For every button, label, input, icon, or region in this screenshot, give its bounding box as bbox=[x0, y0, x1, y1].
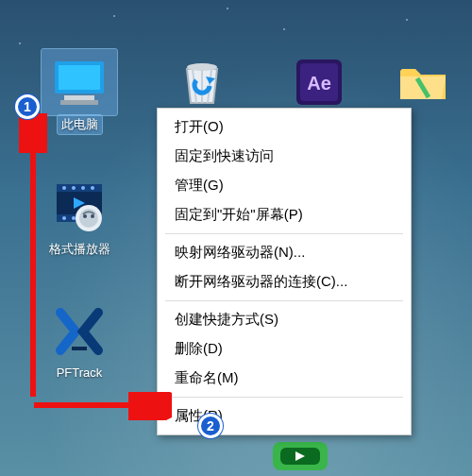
ctx-pin-quick-access[interactable]: 固定到快速访问 bbox=[158, 142, 411, 171]
ctx-open[interactable]: 打开(O) bbox=[158, 112, 411, 142]
folder-icon bbox=[385, 49, 461, 115]
ctx-delete[interactable]: 删除(D) bbox=[158, 334, 411, 364]
desktop-icon-pftrack[interactable]: PFTrack bbox=[34, 298, 125, 381]
ctx-manage[interactable]: 管理(G) bbox=[158, 171, 411, 200]
svg-point-7 bbox=[72, 186, 76, 190]
desktop-icon-label: PFTrack bbox=[53, 365, 107, 381]
ctx-create-shortcut[interactable]: 创建快捷方式(S) bbox=[158, 305, 411, 334]
recycle-bin-icon bbox=[164, 49, 240, 115]
svg-rect-1 bbox=[59, 65, 100, 90]
ctx-properties[interactable]: 属性(R) bbox=[158, 401, 411, 431]
ctx-map-network-drive[interactable]: 映射网络驱动器(N)... bbox=[158, 238, 411, 267]
ctx-pin-start[interactable]: 固定到"开始"屏幕(P) bbox=[158, 200, 411, 230]
desktop-icon-this-pc[interactable]: 此电脑 bbox=[34, 49, 125, 134]
decorative-star bbox=[19, 42, 21, 44]
desktop-icon-generic[interactable]: Ae bbox=[274, 49, 364, 115]
ctx-separator bbox=[165, 397, 403, 398]
svg-point-19 bbox=[91, 214, 94, 218]
annotation-badge-1: 1 bbox=[15, 94, 40, 119]
svg-rect-20 bbox=[72, 347, 87, 350]
svg-point-22 bbox=[187, 63, 217, 71]
svg-point-8 bbox=[81, 186, 85, 190]
ctx-separator bbox=[165, 233, 403, 234]
desktop-icon-label: 格式播放器 bbox=[45, 240, 114, 259]
context-menu: 打开(O) 固定到快速访问 管理(G) 固定到"开始"屏幕(P) 映射网络驱动器… bbox=[157, 108, 412, 435]
desktop-icon-media-player[interactable]: 格式播放器 bbox=[34, 174, 125, 259]
svg-text:Ae: Ae bbox=[307, 73, 331, 94]
desktop-background[interactable]: 此电脑 格式播放器 bbox=[0, 0, 472, 476]
decorative-star bbox=[406, 19, 408, 21]
svg-rect-2 bbox=[64, 95, 94, 100]
svg-point-12 bbox=[72, 216, 76, 220]
decorative-star bbox=[113, 15, 115, 17]
svg-point-6 bbox=[62, 186, 66, 190]
svg-rect-3 bbox=[60, 100, 98, 105]
decorative-star bbox=[283, 28, 285, 30]
pftrack-icon bbox=[42, 298, 117, 365]
svg-point-11 bbox=[62, 216, 66, 220]
desktop-icon-recycle-bin[interactable] bbox=[157, 49, 247, 115]
desktop-icon-generic[interactable] bbox=[255, 438, 346, 470]
annotation-badge-2: 2 bbox=[198, 414, 223, 438]
decorative-star bbox=[227, 8, 228, 9]
desktop-icon-label: 此电脑 bbox=[58, 115, 102, 134]
app-tile-icon: Ae bbox=[281, 49, 357, 115]
ctx-separator bbox=[165, 300, 403, 301]
svg-point-9 bbox=[91, 186, 94, 190]
ctx-disconnect-network-drive[interactable]: 断开网络驱动器的连接(C)... bbox=[158, 267, 411, 297]
media-player-icon bbox=[42, 174, 117, 240]
this-pc-icon bbox=[42, 49, 117, 115]
annotation-arrow bbox=[30, 392, 172, 420]
ctx-rename[interactable]: 重命名(M) bbox=[158, 364, 411, 393]
desktop-icon-folder[interactable] bbox=[378, 49, 468, 115]
svg-point-18 bbox=[83, 214, 87, 218]
app-tile-icon bbox=[262, 438, 338, 470]
